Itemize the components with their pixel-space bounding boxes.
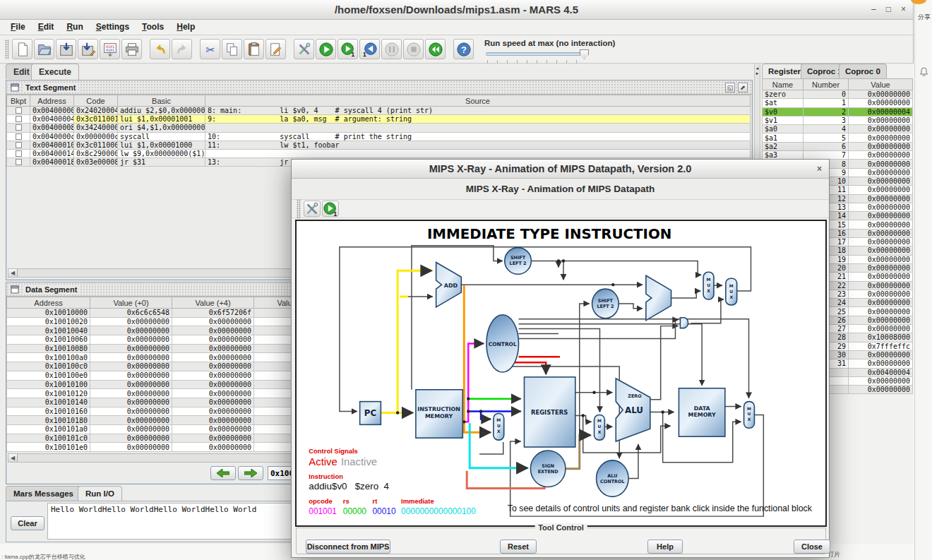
text-segment-row[interactable]: 0x004000000x24020004addiu $2,$0,0x000000…: [7, 107, 751, 115]
run-button[interactable]: [316, 39, 336, 59]
save-as-button[interactable]: [78, 39, 98, 59]
register-row[interactable]: $a260x00000000: [763, 142, 913, 150]
frame-restore-button[interactable]: ◱: [725, 83, 735, 93]
data-segment-row[interactable]: 0x100100a00x000000000x00000000: [7, 353, 336, 362]
disconnect-button[interactable]: Disconnect from MIPS: [306, 540, 390, 554]
run-speed-slider[interactable]: [484, 49, 604, 59]
assemble-button[interactable]: [294, 39, 314, 59]
slider-thumb[interactable]: [580, 49, 589, 59]
data-segment-row[interactable]: 0x100101800x000000000x00000000: [7, 416, 336, 425]
data-segment-row[interactable]: 0x100101000x000000000x00000000: [7, 380, 336, 389]
data-segment-row[interactable]: 0x100101400x000000000x00000000: [7, 398, 336, 407]
svg-text:X: X: [707, 288, 710, 293]
svg-text:U: U: [729, 289, 733, 294]
data-segment-row[interactable]: 0x100100000x6c6c65480x6f57206f: [7, 309, 336, 318]
svg-text:MEMORY: MEMORY: [688, 412, 717, 418]
help-tool-button[interactable]: Help: [647, 540, 683, 554]
copy-button[interactable]: [222, 39, 242, 59]
pause-button[interactable]: [381, 39, 402, 59]
close-button[interactable]: ×: [901, 4, 906, 15]
tab-run-io[interactable]: Run I/O: [78, 486, 122, 501]
slider-track[interactable]: [486, 52, 585, 56]
register-row[interactable]: $a150x00000000: [763, 133, 913, 142]
breakpoint-checkbox[interactable]: [16, 159, 22, 165]
menu-settings[interactable]: Settings: [90, 20, 136, 35]
data-segment-row[interactable]: 0x100100800x000000000x00000000: [7, 344, 336, 353]
print-button[interactable]: [121, 39, 142, 59]
paste-button[interactable]: [244, 39, 264, 59]
svg-text:ADD: ADD: [444, 282, 458, 289]
cut-button[interactable]: ✂: [200, 39, 220, 59]
register-row[interactable]: $at10x00000000: [763, 99, 913, 107]
dialog-step-button[interactable]: 1: [322, 201, 339, 217]
rt-label: rt: [372, 497, 378, 505]
scroll-left-icon[interactable]: ◀: [8, 454, 18, 462]
close-tool-button[interactable]: Close: [794, 540, 830, 554]
scroll-left-icon[interactable]: ◀: [8, 269, 18, 277]
tab-coproc0[interactable]: Coproc 0: [839, 64, 887, 78]
breakpoint-checkbox[interactable]: [16, 124, 22, 131]
text-segment-row[interactable]: 0x004000140x8c290000lw $9,0x00000000($1): [7, 149, 751, 157]
breakpoint-checkbox[interactable]: [16, 116, 22, 122]
cut-icon: ✂: [203, 42, 218, 57]
step-button[interactable]: 1: [337, 39, 358, 59]
datapath-canvas[interactable]: IMMEDIATE TYPE INSTRUCTION: [295, 220, 827, 527]
minimize-button[interactable]: –: [871, 4, 876, 15]
text-segment-row[interactable]: 0x004000100x3c011000lui $1,0x0000100011:…: [7, 141, 751, 149]
data-segment-row[interactable]: 0x100100c00x000000000x00000000: [7, 362, 336, 371]
prev-address-button[interactable]: [210, 466, 236, 480]
save-button[interactable]: [56, 39, 76, 59]
data-segment-row[interactable]: 0x100101a00x000000000x00000000: [7, 424, 336, 434]
edit-button[interactable]: [265, 39, 286, 59]
register-row[interactable]: $zero00x00000000: [763, 90, 913, 99]
text-segment-row[interactable]: 0x0040000c0x0000000csyscall10: syscall #…: [7, 132, 751, 141]
data-segment-row[interactable]: 0x100101e00x000000000x00000000: [7, 443, 336, 452]
svg-text:?: ?: [461, 44, 467, 54]
register-row[interactable]: $v130x00000000: [763, 116, 913, 124]
menu-edit[interactable]: Edit: [32, 20, 61, 35]
data-segment-row[interactable]: 0x100100400x000000000x00000000: [7, 326, 336, 335]
reg-col-value: Value: [849, 79, 913, 90]
register-row[interactable]: $a040x00000000: [763, 125, 913, 133]
data-segment-row[interactable]: 0x100100e00x000000000x00000000: [7, 371, 336, 380]
text-segment-titlebar[interactable]: Text Segment ◱ ⬈: [6, 81, 752, 95]
stop-button[interactable]: [403, 39, 424, 59]
breakpoint-checkbox[interactable]: [16, 107, 22, 114]
reset-button[interactable]: [425, 39, 446, 59]
menu-help[interactable]: Help: [170, 20, 201, 35]
menu-file[interactable]: File: [4, 20, 32, 35]
pin-bell-icon[interactable]: [919, 67, 928, 76]
maximize-button[interactable]: □: [886, 4, 891, 15]
breakpoint-checkbox[interactable]: [16, 133, 22, 140]
dump-memory-button[interactable]: 01010101: [100, 39, 120, 59]
open-file-button[interactable]: [34, 39, 54, 59]
text-segment-row[interactable]: 0x004000040x3c011001lui $1,0x000010019: …: [7, 115, 751, 124]
frame-maximize-button[interactable]: ⬈: [738, 83, 748, 93]
dialog-assemble-button[interactable]: [304, 201, 321, 217]
menu-tools[interactable]: Tools: [136, 20, 170, 35]
redo-button[interactable]: [172, 39, 192, 59]
next-address-button[interactable]: [238, 466, 263, 480]
add2-block[interactable]: [646, 275, 671, 320]
breakpoint-checkbox[interactable]: [16, 142, 22, 148]
undo-button[interactable]: [150, 39, 170, 59]
dialog-titlebar[interactable]: MIPS X-Ray - Animation of MIPS Datapath,…: [292, 160, 829, 179]
data-segment-row[interactable]: 0x100101c00x000000000x00000000: [7, 434, 336, 443]
clear-button[interactable]: Clear: [11, 516, 44, 530]
new-file-button[interactable]: [12, 39, 32, 59]
data-segment-row[interactable]: 0x100101600x000000000x00000000: [7, 407, 336, 416]
taskbar-text: : llama.cpp的龙芯平台移植与优化: [1, 553, 85, 560]
register-row[interactable]: $v020x00000004: [763, 107, 913, 116]
breakpoint-checkbox[interactable]: [16, 150, 22, 157]
data-segment-row[interactable]: 0x100101200x000000000x00000000: [7, 389, 336, 398]
data-segment-row[interactable]: 0x100100600x000000000x00000000: [7, 335, 336, 345]
tab-mars-messages[interactable]: Mars Messages: [6, 486, 81, 501]
tab-execute[interactable]: Execute: [31, 64, 79, 80]
backstep-button[interactable]: 1: [359, 39, 380, 59]
data-segment-row[interactable]: 0x100100200x000000000x00000000: [7, 317, 336, 326]
text-segment-row[interactable]: 0x004000080x34240000ori $4,$1,0x00000000: [7, 124, 751, 132]
menu-run[interactable]: Run: [60, 20, 89, 35]
dialog-close-icon[interactable]: ×: [817, 164, 822, 174]
help-button[interactable]: ?: [453, 39, 474, 59]
reset-tool-button[interactable]: Reset: [500, 540, 537, 554]
